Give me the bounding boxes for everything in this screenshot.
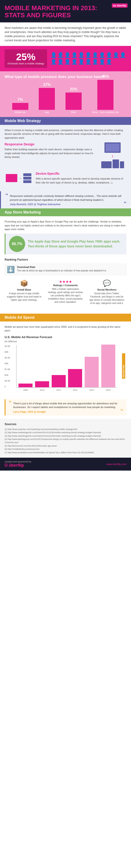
main-stat: 25% of brands have a mobile strategy	[5, 50, 47, 68]
highlight-percentage: 66.7%	[9, 236, 25, 252]
chart-title: U.S. Mobile Ad Revenue Forecast	[5, 335, 126, 339]
footer: created and sponsored by Ü überflip www.…	[0, 458, 131, 471]
y-label-25: $2.5B	[5, 356, 10, 359]
person-icon-17: 👤	[85, 59, 91, 65]
web-strategy-intro: When it comes to having a mobile web pre…	[5, 128, 126, 140]
social-title: Social Mentions	[89, 288, 125, 291]
source-4: (4) http://www.dachisgroup.com/2012/07/r…	[5, 438, 126, 444]
source-7: (7) http://www.emarketer.com/Article/Mob…	[5, 451, 126, 454]
person-icon-2: 👤	[58, 52, 64, 58]
ranking-install-base: 📦 Install Base A large amount of app ins…	[5, 278, 43, 307]
device-specific-desc: With a device-specific approach, brands …	[36, 177, 126, 184]
app-store-highlight: 66.7% The Apple App Store and Google Pla…	[5, 234, 126, 254]
bar-pct-1: 7%	[18, 98, 23, 102]
bar-2011	[51, 375, 66, 387]
bar-label-4: None - Just a desktop site	[92, 111, 119, 114]
x-axis-labels: 2009 2010 2011 2012 2013 2014	[16, 388, 117, 391]
open-quote-icon: "	[5, 194, 8, 206]
responsive-design-desc: Rather than building separate sites for …	[5, 148, 95, 159]
x-label-2010: 2010	[34, 389, 50, 391]
person-icon-7: 👤	[92, 52, 98, 58]
device-specific-visual: →	[5, 172, 32, 184]
bar-block-1	[12, 103, 28, 110]
person-icon-18: 👤	[92, 59, 98, 65]
bar-fill-2012	[68, 369, 82, 387]
social-icon: 💬	[89, 279, 125, 287]
download-rate-desc: The rate at which an app is downloaded i…	[17, 269, 107, 272]
bar-2012	[67, 369, 83, 387]
person-icon-9: 👤	[106, 52, 112, 58]
header-logo: by überflip	[112, 3, 128, 8]
ad-spend-quote-text: There's just a lot of things about mobil…	[13, 402, 119, 409]
presence-bar-chart: 7% Mobile site 27% App 21% Both 45% None…	[5, 81, 126, 114]
sources-list: (1) http://www.experian.com/marketing-se…	[5, 428, 126, 454]
open-quote-orange-icon: "	[9, 402, 11, 413]
quote-text-web: Responsive websites provide continuity b…	[10, 194, 122, 202]
y-label-35: $3.5B	[5, 345, 10, 347]
people-icons-grid: 👤 👤 👤 👤 👤 👤 👤 👤 👤 👤 👤 👤 👤 👤 👤 👤 👤 👤 👤 👤	[51, 52, 126, 65]
ranking-grid: 📦 Install Base A large amount of app ins…	[5, 278, 126, 307]
stat-percentage: 25%	[7, 52, 44, 62]
x-label-2012: 2012	[67, 389, 83, 391]
bar-fill-2010	[35, 381, 49, 387]
ad-spend-content: Mobile ad spend has more than quadrupled…	[0, 321, 131, 419]
x-label-2013: 2013	[84, 389, 100, 391]
chart-subtitle: (In billions)	[5, 340, 126, 343]
footer-created-text: created and sponsored by	[5, 460, 31, 463]
device-specific-row: → Device-Specific With a device-specific…	[5, 172, 126, 184]
source-3: (3) http://www.marketingprofs.com/charts…	[5, 434, 126, 438]
install-base-title: Install Base	[6, 288, 42, 291]
bar-pct-3: 21%	[70, 87, 77, 91]
close-quote-icon: "	[124, 202, 126, 206]
footer-url: www.uberflip.com	[106, 463, 126, 465]
person-icon-6: 👤	[85, 52, 91, 58]
person-icon-8: 👤	[99, 52, 105, 58]
person-icon-13: 👤	[58, 59, 64, 65]
bar-both: 21% Both	[65, 87, 81, 114]
bar-2009	[18, 383, 33, 387]
bar-label-3: Both	[71, 111, 76, 114]
source-1: (1) http://www.experian.com/marketing-se…	[5, 428, 126, 431]
source-2: (2) http://www.marketingprofs.com/charts…	[5, 431, 126, 434]
app-store-title: App Store Marketing	[5, 210, 41, 214]
ad-spend-quote-author: Larry Page, CEO @ Google	[13, 410, 119, 413]
ratings-title: Ratings / Comments	[48, 284, 83, 287]
y-label-0: 0	[5, 385, 10, 388]
sources-title: Sources	[5, 422, 126, 426]
ad-spend-intro: Mobile ad spend has more than quadrupled…	[5, 325, 126, 333]
bar-label-1: Mobile site	[15, 111, 26, 114]
person-icon-3: 👤	[64, 52, 71, 58]
web-strategy-content: When it comes to having a mobile web pre…	[0, 125, 131, 191]
download-rate-title: Download Rate	[17, 266, 107, 269]
bar-block-2	[39, 88, 55, 110]
bar-fill-2013	[85, 357, 99, 387]
footer-logo-text: Ü überflip	[5, 463, 24, 468]
person-icon-10: 👤	[113, 52, 119, 58]
quote-author-web: Jody Resnick, CEO @ Trighton Interactive	[10, 203, 122, 206]
person-icon-19: 👤	[99, 59, 105, 65]
header-title: MOBILE MARKETING IN 2013: STATS AND FIGU…	[5, 5, 126, 19]
title-line2: STATS AND FIGURES	[5, 11, 71, 19]
title-line1: MOBILE MARKETING IN 2013:	[5, 4, 97, 11]
bar-fill-2014	[101, 345, 115, 387]
person-icon-5: 👤	[78, 52, 85, 58]
source-6: (6) http://mobiledevhq.com/resources/	[5, 447, 126, 451]
highlight-text: The Apple App Store and Google Play have…	[28, 239, 123, 249]
bar-fill-2011	[52, 375, 66, 387]
web-strategy-quote: " Responsive websites provide continuity…	[0, 191, 131, 208]
person-icon-1: 👤	[51, 52, 57, 58]
header: MOBILE MARKETING IN 2013: STATS AND FIGU…	[0, 0, 131, 22]
bar-block-4	[97, 80, 113, 110]
y-label-1: $1B	[5, 374, 10, 376]
intro-text: Most marketers are aware that mobile is …	[5, 26, 126, 42]
responsive-design-visual: ↕	[99, 143, 126, 168]
close-quote-orange-icon: "	[121, 410, 123, 413]
responsive-design-title: Responsive Design	[5, 143, 95, 146]
source-5: (5) http://techcrunch.com/2013/01/22/for…	[5, 444, 126, 447]
ratings-desc: With a holistic optimization strategy, g…	[48, 287, 83, 304]
person-icon-11: 👤	[120, 52, 126, 58]
download-icon: ⬇️	[7, 266, 15, 273]
stat-description: of brands have a mobile strategy	[7, 62, 44, 65]
ranking-ratings: ★★★★ Ratings / Comments With a holistic …	[46, 278, 85, 307]
y-label-05: $0.5B	[5, 380, 10, 382]
